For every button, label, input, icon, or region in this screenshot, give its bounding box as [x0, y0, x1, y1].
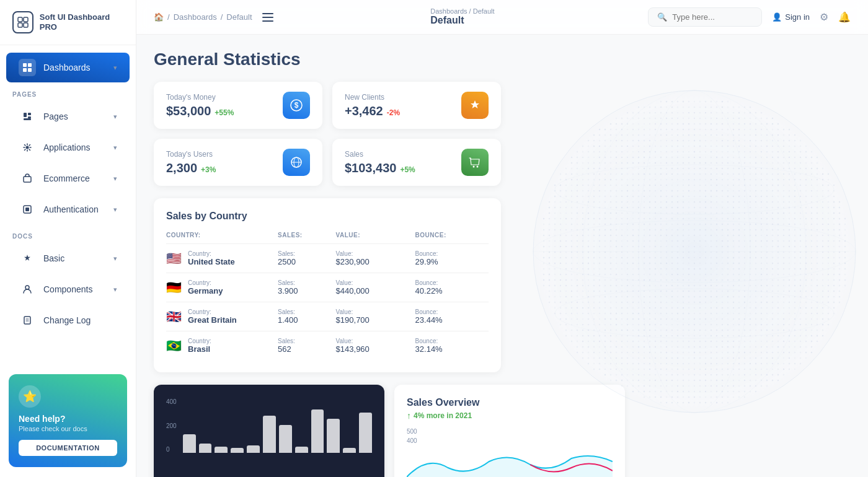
svg-point-1801 [805, 307, 807, 309]
svg-point-1905 [822, 318, 823, 320]
svg-point-1527 [766, 279, 768, 281]
svg-point-769 [805, 201, 807, 203]
svg-point-1597 [549, 291, 550, 292]
svg-point-1512 [683, 279, 684, 281]
svg-point-1204 [805, 246, 807, 247]
svg-point-1221 [593, 252, 595, 253]
svg-point-2231 [638, 363, 639, 364]
svg-point-455 [733, 168, 734, 169]
svg-point-2204 [711, 357, 712, 359]
svg-point-943 [577, 224, 578, 225]
svg-point-133 [744, 123, 745, 125]
svg-point-2040 [772, 335, 773, 336]
svg-point-862 [733, 212, 734, 214]
svg-point-626 [582, 190, 583, 191]
svg-point-1014 [666, 229, 667, 230]
svg-point-1055 [588, 235, 589, 236]
svg-point-1696 [805, 296, 807, 297]
svg-point-635 [632, 190, 634, 191]
changelog-icon [19, 312, 36, 329]
svg-point-1940 [744, 324, 745, 325]
svg-point-1755 [839, 302, 840, 303]
svg-point-1958 [577, 330, 578, 331]
svg-point-952 [627, 224, 628, 225]
svg-point-1670 [660, 296, 662, 297]
svg-point-702 [722, 196, 723, 197]
svg-point-1970 [644, 330, 645, 331]
svg-point-1159 [554, 246, 556, 247]
svg-point-844 [632, 212, 634, 214]
svg-point-1522 [738, 279, 740, 281]
svg-point-785 [599, 207, 600, 208]
sidebar-item-basic[interactable]: Basic ▾ [6, 243, 130, 273]
documentation-button[interactable]: DOCUMENTATION [19, 440, 117, 456]
svg-point-431 [599, 168, 600, 169]
sidebar-item-applications[interactable]: Applications ▾ [6, 133, 130, 162]
svg-point-1684 [738, 296, 740, 297]
notification-icon[interactable]: 🔔 [838, 11, 851, 23]
sidebar-item-ecommerce[interactable]: Ecommerce ▾ [6, 164, 130, 193]
svg-point-2010 [604, 335, 606, 336]
svg-point-1125 [671, 240, 673, 242]
sidebar-item-components[interactable]: Components ▾ [6, 274, 130, 304]
svg-point-397 [666, 162, 667, 164]
svg-point-1007 [627, 229, 628, 230]
svg-point-525 [582, 179, 583, 180]
svg-point-994 [554, 229, 556, 230]
svg-point-1285 [644, 257, 645, 258]
svg-point-1979 [694, 330, 695, 331]
sidebar-item-authentication[interactable]: Authentication ▾ [6, 195, 130, 224]
svg-point-1054 [582, 235, 583, 236]
svg-point-1910 [577, 324, 578, 325]
svg-point-1332 [599, 263, 600, 264]
svg-point-2033 [733, 335, 734, 336]
settings-icon[interactable]: ⚙ [820, 11, 828, 23]
svg-point-1813 [588, 313, 589, 314]
svg-point-707 [750, 196, 751, 197]
svg-point-2374 [688, 385, 689, 387]
svg-point-1181 [677, 246, 678, 247]
svg-point-1671 [666, 296, 667, 297]
svg-point-1738 [744, 302, 745, 303]
sidebar-item-changelog[interactable]: Change Log [6, 305, 130, 335]
svg-point-471 [822, 168, 823, 169]
svg-point-490 [660, 173, 662, 175]
svg-point-2331 [610, 380, 611, 381]
svg-point-2223 [593, 363, 595, 364]
svg-point-1797 [783, 307, 784, 309]
svg-point-531 [616, 179, 617, 180]
svg-point-1110 [588, 240, 589, 242]
svg-point-1366 [789, 263, 790, 264]
svg-point-718 [811, 196, 812, 197]
search-box[interactable]: 🔍 [648, 7, 762, 27]
svg-point-1399 [666, 268, 667, 269]
svg-point-496 [694, 173, 695, 175]
svg-point-799 [677, 207, 678, 208]
svg-point-2272 [655, 369, 656, 370]
svg-point-2273 [660, 369, 662, 370]
svg-point-864 [744, 212, 745, 214]
svg-point-1118 [632, 240, 634, 242]
svg-point-277 [727, 146, 728, 147]
svg-point-775 [839, 201, 840, 203]
menu-toggle[interactable] [262, 13, 273, 22]
svg-point-1113 [604, 240, 606, 242]
svg-point-1944 [766, 324, 768, 325]
sidebar-item-pages[interactable]: Pages ▾ [6, 102, 130, 131]
svg-point-1830 [683, 313, 684, 314]
svg-point-2035 [744, 335, 745, 336]
svg-point-1187 [711, 246, 712, 247]
svg-point-1208 [828, 246, 829, 247]
sign-in-button[interactable]: 👤 Sign in [772, 12, 810, 22]
svg-point-638 [649, 190, 650, 191]
svg-point-1039 [805, 229, 807, 230]
bar-chart-card: 400 200 0 [154, 385, 384, 477]
search-input[interactable] [672, 12, 753, 22]
svg-point-2189 [627, 357, 628, 359]
svg-point-2279 [694, 369, 695, 370]
svg-point-428 [582, 168, 583, 169]
svg-point-140 [599, 129, 600, 130]
svg-point-214 [599, 140, 600, 141]
sidebar-item-dashboards[interactable]: Dashboards ▾ [6, 53, 130, 82]
svg-point-1376 [844, 263, 846, 264]
